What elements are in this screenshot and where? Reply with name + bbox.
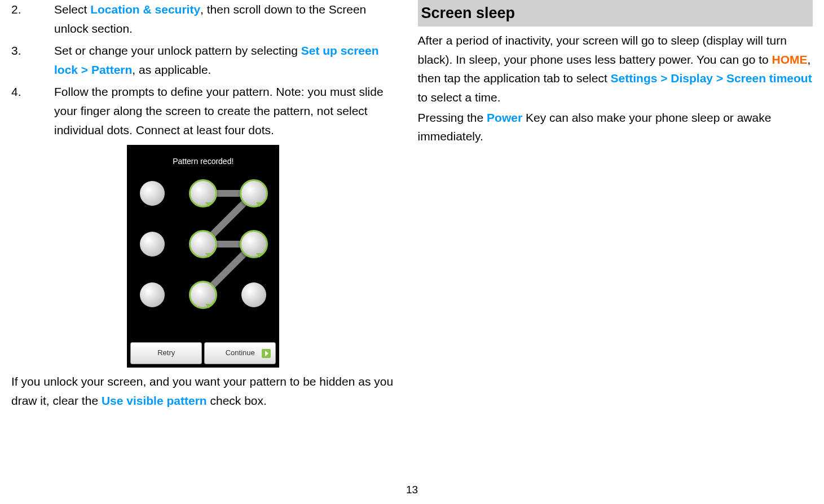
pattern-dot-active [189, 281, 217, 309]
body-text: Follow the prompts to define your patter… [54, 85, 384, 136]
screen-sleep-header: Screen sleep [418, 0, 813, 26]
page-content: 2.Select Location & security, then scrol… [0, 0, 824, 410]
pattern-dot-active [189, 230, 217, 258]
continue-label: Continue [226, 348, 255, 357]
body-text: to select a time. [418, 91, 501, 104]
screen-sleep-para2: Pressing the Power Key can also make you… [418, 108, 813, 146]
screen-sleep-para1: After a period of inactivity, your scree… [418, 31, 813, 107]
pattern-dot-active [240, 230, 268, 258]
list-text: Set or change your unlock pattern by sel… [54, 41, 395, 79]
list-item: 3.Set or change your unlock pattern by s… [11, 41, 395, 79]
body-text: Pressing the [418, 111, 487, 124]
list-item: 4.Follow the prompts to define your patt… [11, 82, 395, 139]
highlighted-text: Settings > Display > Screen timeout [611, 72, 812, 85]
screenshot-buttons: Retry Continue [130, 342, 276, 364]
list-text: Follow the prompts to define your patter… [54, 82, 395, 139]
list-text: Select Location & security, then scroll … [54, 0, 395, 38]
pattern-dots-grid [138, 179, 268, 309]
highlighted-text: Power [487, 111, 522, 124]
pattern-screenshot: Pattern recorded! Retry Continue [127, 145, 279, 368]
list-number: 3. [11, 41, 54, 79]
list-number: 4. [11, 82, 54, 139]
retry-button: Retry [130, 342, 202, 364]
continue-button: Continue [204, 342, 276, 364]
highlighted-text: HOME [772, 53, 808, 66]
list-item: 2.Select Location & security, then scrol… [11, 0, 395, 38]
pattern-dot [140, 181, 165, 206]
left-column: 2.Select Location & security, then scrol… [11, 0, 412, 410]
pattern-status: Pattern recorded! [127, 145, 279, 167]
pattern-dot-active [240, 179, 268, 207]
highlighted-text: Use visible pattern [102, 394, 207, 407]
body-text: After a period of inactivity, your scree… [418, 34, 787, 66]
page-number: 13 [406, 481, 418, 498]
highlighted-text: Location & security [90, 3, 200, 16]
right-column: Screen sleep After a period of inactivit… [412, 0, 813, 410]
pattern-dot [140, 232, 165, 257]
body-text: , as applicable. [132, 63, 211, 76]
list-number: 2. [11, 0, 54, 38]
pattern-dot [241, 282, 266, 307]
pattern-dot [140, 282, 165, 307]
bottom-paragraph: If you unlock your screen, and you want … [11, 372, 395, 410]
numbered-list: 2.Select Location & security, then scrol… [11, 0, 395, 139]
body-text: Set or change your unlock pattern by sel… [54, 44, 301, 57]
body-text: check box. [207, 394, 267, 407]
pattern-dot-active [189, 179, 217, 207]
body-text: Select [54, 3, 90, 16]
